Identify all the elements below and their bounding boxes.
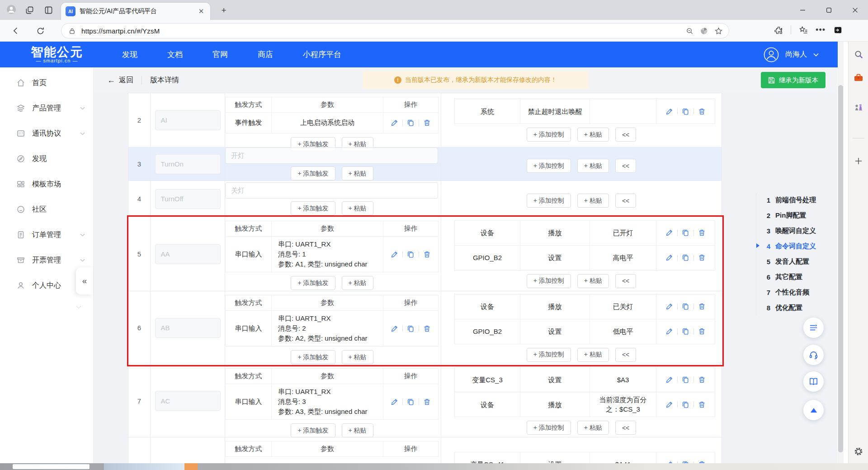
command-name-input[interactable]: TurnOn — [155, 154, 221, 174]
back-icon[interactable] — [10, 25, 22, 37]
copy-icon[interactable] — [407, 119, 415, 127]
sidebar-item-0[interactable]: 首页 — [0, 70, 93, 95]
outline-item-4[interactable]: 4 命令词自定义 — [756, 238, 837, 254]
paste-trigger-button[interactable]: + 粘贴 — [342, 423, 373, 437]
copy-icon[interactable] — [682, 229, 689, 237]
page-scrollbar-thumb[interactable] — [838, 85, 843, 452]
copy-icon[interactable] — [682, 108, 689, 115]
paste-control-button[interactable]: + 粘贴 — [577, 421, 609, 435]
delete-icon[interactable] — [698, 303, 706, 310]
user-menu[interactable]: 尚海人 — [764, 47, 819, 62]
vertical-tabs-icon[interactable] — [42, 4, 54, 16]
address-bar[interactable]: https://smartpi.cn/#/YzsM — [61, 23, 729, 38]
search-icon[interactable] — [853, 49, 864, 60]
edit-icon[interactable] — [665, 401, 673, 408]
sidebar-item-4[interactable]: 模板市场 — [0, 171, 93, 197]
add-control-button[interactable]: + 添加控制 — [527, 194, 571, 208]
paste-control-button[interactable]: + 粘贴 — [577, 348, 609, 362]
open-sidebar-icon[interactable] — [833, 25, 843, 35]
site-logo[interactable]: 智能公元 — smartpi.cn — — [21, 46, 93, 63]
phrase-input[interactable]: 开灯 — [225, 147, 438, 164]
add-control-button[interactable]: + 添加控制 — [527, 348, 571, 362]
browser-tab-active[interactable]: AI 智能公元/AI产品零代码平台 ✕ — [61, 3, 210, 20]
zoom-out-icon[interactable] — [684, 26, 694, 36]
topnav-item[interactable]: 发现 — [122, 49, 137, 60]
topnav-item[interactable]: 文档 — [167, 49, 183, 60]
paste-trigger-button[interactable]: + 粘贴 — [342, 350, 373, 364]
refresh-icon[interactable] — [34, 25, 46, 37]
outline-item-6[interactable]: 6 其它配置 — [756, 269, 837, 285]
paste-control-button[interactable]: + 粘贴 — [577, 159, 609, 173]
support-fab[interactable] — [803, 345, 824, 365]
delete-icon[interactable] — [423, 398, 431, 406]
collapse-controls-button[interactable]: << — [615, 348, 636, 362]
delete-icon[interactable] — [698, 108, 706, 115]
outline-item-3[interactable]: 3 唤醒词自定义 — [756, 223, 837, 238]
paste-trigger-button[interactable]: + 粘贴 — [342, 276, 373, 290]
close-icon[interactable] — [842, 0, 868, 20]
copy-icon[interactable] — [407, 398, 415, 406]
topnav-item[interactable]: 官网 — [212, 49, 228, 60]
back-button[interactable]: ← 返回 — [107, 76, 133, 85]
sidebar-item-3[interactable]: 发现 — [0, 146, 93, 171]
games-icon[interactable] — [853, 102, 864, 113]
sidebar-item-5[interactable]: 社区 — [0, 197, 93, 222]
outline-item-5[interactable]: 5 发音人配置 — [756, 254, 837, 269]
new-tab-button[interactable]: + — [218, 5, 230, 16]
command-name-input[interactable]: AC — [155, 391, 221, 411]
paste-control-button[interactable]: + 粘贴 — [577, 128, 609, 142]
edit-icon[interactable] — [665, 229, 673, 237]
config-list-fab[interactable] — [803, 318, 824, 338]
add-trigger-button[interactable]: + 添加触发 — [291, 350, 335, 364]
delete-icon[interactable] — [423, 325, 431, 332]
delete-icon[interactable] — [423, 119, 431, 127]
add-control-button[interactable]: + 添加控制 — [527, 421, 571, 435]
outline-item-8[interactable]: 8 优化配置 — [756, 300, 837, 315]
back-to-top-fab[interactable] — [803, 400, 824, 420]
more-menu-icon[interactable]: ••• — [816, 25, 826, 35]
toolbox-icon[interactable] — [853, 72, 864, 83]
edit-icon[interactable] — [391, 398, 398, 406]
sidebar-collapse-button[interactable]: « — [76, 267, 93, 294]
outline-item-2[interactable]: 2 Pin脚配置 — [756, 208, 837, 223]
topnav-item[interactable]: 商店 — [258, 49, 273, 60]
command-name-input[interactable]: AI — [155, 110, 221, 130]
edit-icon[interactable] — [665, 108, 673, 115]
collapse-controls-button[interactable]: << — [615, 159, 636, 173]
add-trigger-button[interactable]: + 添加触发 — [291, 276, 335, 290]
paste-trigger-button[interactable]: + 粘贴 — [342, 201, 373, 215]
outline-item-1[interactable]: 1 前端信号处理 — [756, 192, 837, 208]
tab-groups-icon[interactable] — [24, 4, 35, 16]
add-control-button[interactable]: + 添加控制 — [527, 128, 571, 142]
edit-icon[interactable] — [665, 328, 673, 335]
url-text[interactable]: https://smartpi.cn/#/YzsM — [81, 27, 680, 35]
outline-item-7[interactable]: 7 个性化音频 — [756, 285, 837, 300]
paste-control-button[interactable]: + 粘贴 — [577, 274, 609, 288]
edit-icon[interactable] — [665, 254, 673, 261]
command-name-input[interactable]: AA — [155, 244, 221, 264]
delete-icon[interactable] — [698, 254, 706, 261]
delete-icon[interactable] — [698, 229, 706, 237]
inherit-new-version-button[interactable]: 继承为新版本 — [761, 72, 826, 88]
delete-icon[interactable] — [698, 376, 706, 384]
browser-enhance-icon[interactable] — [699, 26, 709, 36]
paste-trigger-button[interactable]: + 粘贴 — [342, 166, 373, 180]
edit-icon[interactable] — [665, 303, 673, 310]
collapse-controls-button[interactable]: << — [615, 128, 636, 142]
tab-close-icon[interactable]: ✕ — [197, 7, 206, 16]
phrase-input[interactable]: 关灯 — [225, 182, 438, 199]
delete-icon[interactable] — [423, 251, 431, 258]
copy-icon[interactable] — [682, 328, 689, 335]
edit-icon[interactable] — [391, 325, 398, 332]
lock-icon[interactable] — [67, 26, 77, 36]
edit-icon[interactable] — [391, 251, 398, 258]
copy-icon[interactable] — [682, 401, 689, 408]
delete-icon[interactable] — [698, 401, 706, 408]
add-icon[interactable] — [853, 156, 864, 166]
copy-icon[interactable] — [682, 254, 689, 261]
add-control-button[interactable]: + 添加控制 — [527, 159, 571, 173]
sidebar-item-6[interactable]: 订单管理 — [0, 222, 93, 247]
settings-gear-icon[interactable] — [853, 446, 864, 457]
topnav-item[interactable]: 小程序平台 — [303, 49, 341, 60]
collections-icon[interactable] — [798, 25, 808, 35]
